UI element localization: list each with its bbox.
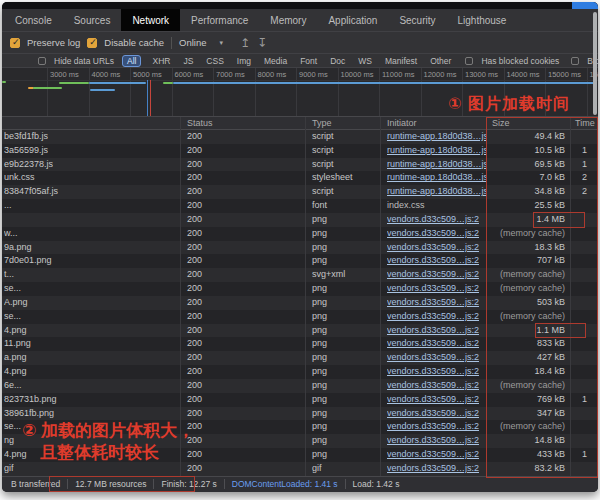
filter-pill[interactable]: CSS xyxy=(204,56,225,66)
column-header-time[interactable]: Time xyxy=(575,118,595,128)
filter-pill[interactable]: Other xyxy=(428,56,453,66)
tick-label: 3000 ms xyxy=(50,70,79,79)
table-row[interactable]: e9b22378.js 200 script runtime-app.18d0d… xyxy=(2,158,598,172)
table-row[interactable]: 4.png 200 png vendors.d33c509…js:2 1.1 M… xyxy=(2,324,598,338)
devtools-tab[interactable]: Application xyxy=(317,9,388,31)
finish-time: Finish: 12.27 s xyxy=(153,479,223,489)
request-type: png xyxy=(312,365,327,379)
table-row[interactable]: ng 200 png vendors.d33c509…js:2 14.8 kB xyxy=(2,434,598,448)
table-row[interactable]: 4.png 200 png vendors.d33c509…js:2 433 k… xyxy=(2,448,598,462)
table-row[interactable]: unk.css 200 stylesheet runtime-app.18d0d… xyxy=(2,171,598,185)
request-size: (memory cache) xyxy=(457,310,565,324)
devtools-tab[interactable]: Console xyxy=(4,9,63,31)
devtools-tab[interactable]: Performance xyxy=(180,9,259,31)
devtools-tab[interactable]: Lighthouse xyxy=(447,9,518,31)
devtools-tab[interactable]: Memory xyxy=(259,9,317,31)
tick-label: 12000 ms xyxy=(424,70,457,79)
table-row[interactable]: be3fd1fb.js 200 script runtime-app.18d0d… xyxy=(2,130,598,144)
table-row[interactable]: a.png 200 png vendors.d33c509…js:2 427 k… xyxy=(2,351,598,365)
table-row[interactable]: 7d0e01.png 200 png vendors.d33c509…js:2 … xyxy=(2,254,598,268)
table-row[interactable]: 83847f05af.js 200 script runtime-app.18d… xyxy=(2,185,598,199)
request-size: 707 kB xyxy=(457,254,565,268)
load-event-marker xyxy=(147,80,148,116)
request-status: 200 xyxy=(187,213,202,227)
request-time: 1 xyxy=(582,393,587,407)
table-row[interactable]: 11.png 200 png vendors.d33c509…js:2 833 … xyxy=(2,337,598,351)
table-row[interactable]: se... 200 png vendors.d33c509…js:2 (memo… xyxy=(2,282,598,296)
column-divider[interactable] xyxy=(570,117,571,476)
request-size: 10.5 kB xyxy=(457,144,565,158)
devtools-tab[interactable]: Sources xyxy=(63,9,122,31)
request-type: script xyxy=(312,144,334,158)
filter-pill[interactable]: All xyxy=(122,55,141,67)
table-row[interactable]: t... 200 svg+xml vendors.d33c509…js:2 (m… xyxy=(2,268,598,282)
request-size: (memory cache) xyxy=(457,379,565,393)
table-row[interactable]: 38961fb.png 200 png vendors.d33c509…js:2… xyxy=(2,407,598,421)
tick-label: 4000 ms xyxy=(92,70,121,79)
waterfall-overview[interactable] xyxy=(2,80,598,116)
filter-pill[interactable]: Manifest xyxy=(383,56,419,66)
request-name: A.png xyxy=(4,296,28,310)
request-type: script xyxy=(312,130,334,144)
devtools-tab[interactable]: Network xyxy=(121,9,180,31)
table-row[interactable]: 200 png vendors.d33c509…js:2 1.4 MB xyxy=(2,213,598,227)
request-initiator-link[interactable]: index.css xyxy=(387,199,425,213)
table-row[interactable]: 4.png 200 png vendors.d33c509…js:2 18.4 … xyxy=(2,365,598,379)
column-divider[interactable] xyxy=(180,117,181,476)
request-status: 200 xyxy=(187,130,202,144)
request-size: 833 kB xyxy=(457,337,565,351)
table-row[interactable]: 9a.png 200 png vendors.d33c509…js:2 18.3… xyxy=(2,241,598,255)
request-type: png xyxy=(312,337,327,351)
request-time: 2 xyxy=(582,171,587,185)
column-header-size[interactable]: Size xyxy=(492,118,510,128)
filter-pill[interactable]: JS xyxy=(181,56,195,66)
request-bar xyxy=(90,89,115,91)
filter-pill[interactable]: XHR xyxy=(150,56,172,66)
preserve-log-label: Preserve log xyxy=(27,37,80,48)
table-row[interactable]: se... 200 png vendors.d33c509…js:2 (memo… xyxy=(2,310,598,324)
throttling-dropdown[interactable]: Online ▾ xyxy=(179,37,223,48)
table-row[interactable]: A.png 200 png vendors.d33c509…js:2 503 k… xyxy=(2,296,598,310)
tick-label: 15000 ms xyxy=(548,70,581,79)
table-row[interactable]: 823731b.png 200 png vendors.d33c509…js:2… xyxy=(2,393,598,407)
filter-pill[interactable]: Font xyxy=(298,56,319,66)
table-row[interactable]: 6e... 200 png vendors.d33c509…js:2 (memo… xyxy=(2,379,598,393)
has-blocked-cookies-checkbox[interactable] xyxy=(465,57,473,65)
tick-label: 5000 ms xyxy=(133,70,162,79)
request-size: (memory cache) xyxy=(457,282,565,296)
table-row[interactable]: 3a56599.js 200 script runtime-app.18d0d3… xyxy=(2,144,598,158)
column-header-initiator[interactable]: Initiator xyxy=(387,118,417,128)
preserve-log-checkbox[interactable] xyxy=(10,38,20,48)
table-row[interactable]: w... 200 png vendors.d33c509…js:2 (memor… xyxy=(2,227,598,241)
column-divider[interactable] xyxy=(305,117,306,476)
network-overview-graph[interactable]: 3000 ms 4000 ms 5000 ms 6000 ms 7000 ms … xyxy=(2,68,598,117)
filter-pill[interactable]: Img xyxy=(235,56,253,66)
column-header-status[interactable]: Status xyxy=(187,118,213,128)
hide-data-urls-checkbox[interactable] xyxy=(38,57,46,65)
load-time: Load: 1.42 s xyxy=(345,479,407,489)
request-bar xyxy=(89,82,146,84)
request-size: 18.3 kB xyxy=(457,241,565,255)
request-type: font xyxy=(312,199,327,213)
table-row[interactable]: gif 200 gif vendors.d33c509…js:2 83.2 kB xyxy=(2,462,598,476)
devtools-tab[interactable]: Security xyxy=(388,9,446,31)
filter-pill[interactable]: Doc xyxy=(328,56,347,66)
request-status: 200 xyxy=(187,434,202,448)
hide-data-urls-label: Hide data URLs xyxy=(54,56,114,66)
request-type: stylesheet xyxy=(312,171,353,185)
filter-pill[interactable]: WS xyxy=(356,56,374,66)
column-divider[interactable] xyxy=(380,117,381,476)
scrollbar-thumb[interactable] xyxy=(593,12,597,115)
table-row[interactable]: se... 200 png vendors.d33c509…js:2 (memo… xyxy=(2,420,598,434)
tick-label: 6000 ms xyxy=(175,70,204,79)
export-har-icon[interactable]: ↧ xyxy=(257,37,267,49)
filter-pill[interactable]: Media xyxy=(262,56,289,66)
blocked-requests-checkbox[interactable] xyxy=(571,57,579,65)
request-name: 38961fb.png xyxy=(4,407,54,421)
request-status: 200 xyxy=(187,158,202,172)
tick-label: 8000 ms xyxy=(258,70,287,79)
table-row[interactable]: ... 200 font index.css 25.5 kB xyxy=(2,199,598,213)
column-header-type[interactable]: Type xyxy=(312,118,332,128)
import-har-icon[interactable]: ↥ xyxy=(240,37,250,49)
disable-cache-checkbox[interactable] xyxy=(87,38,97,48)
